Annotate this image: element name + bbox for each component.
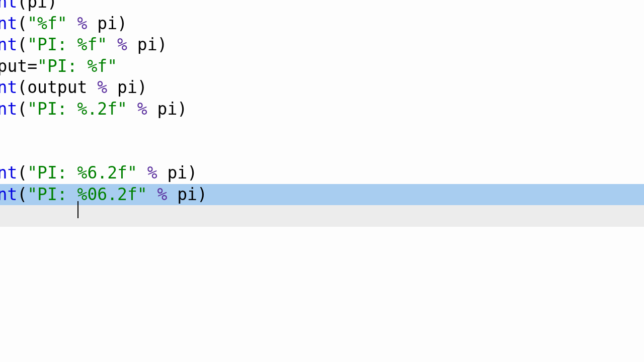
token-def: ): [197, 185, 207, 204]
code-line[interactable]: print(pi): [0, 0, 644, 13]
token-id: pi: [177, 185, 197, 204]
token-op: %: [137, 163, 168, 183]
code-line[interactable]: [0, 205, 644, 227]
token-def: ): [157, 35, 168, 54]
token-def: (: [17, 0, 27, 12]
code-content: print("PI: %f" % pi): [0, 35, 167, 54]
token-str: "PI: %f": [27, 35, 107, 54]
token-fn: print: [0, 35, 17, 54]
code-content: print("PI: %6.2f" % pi): [0, 163, 197, 183]
token-fn: print: [0, 14, 17, 33]
code-content: print(pi): [0, 0, 57, 12]
token-def: (: [17, 14, 27, 33]
token-id: pi: [137, 35, 157, 54]
token-fn: print: [0, 0, 17, 12]
token-def: ): [187, 163, 197, 183]
token-def: ): [177, 99, 187, 119]
token-def: =: [27, 56, 37, 76]
code-content: print("PI: %06.2f" % pi): [0, 185, 207, 204]
token-id: pi: [157, 99, 178, 119]
token-id: output: [0, 56, 27, 76]
token-id: pi: [117, 77, 137, 97]
token-fn: print: [0, 99, 17, 119]
token-fn: print: [0, 77, 17, 97]
token-id: pi: [167, 163, 187, 183]
token-str: "PI: %6.2f": [27, 163, 137, 183]
code-line[interactable]: [0, 141, 644, 163]
code-content: print(output % pi): [0, 77, 147, 97]
token-op: %: [127, 99, 157, 119]
token-str: "%f": [27, 14, 67, 33]
token-fn: print: [0, 163, 17, 183]
token-str: "PI: %06.2f": [27, 185, 147, 204]
code-line[interactable]: print("PI: %06.2f" % pi): [0, 184, 644, 206]
code-content: output="PI: %f": [0, 56, 117, 76]
code-content: print("PI: %.2f" % pi): [0, 99, 187, 119]
token-def: (: [17, 35, 27, 54]
token-op: %: [107, 35, 137, 54]
token-op: %: [147, 185, 178, 204]
code-line[interactable]: [0, 120, 644, 141]
code-line[interactable]: print(output % pi): [0, 77, 644, 99]
code-line[interactable]: print("%f" % pi): [0, 13, 644, 35]
code-line[interactable]: print("PI: %.2f" % pi): [0, 99, 644, 120]
token-def: ): [47, 0, 57, 12]
token-id: output: [27, 77, 87, 97]
token-id: pi: [27, 0, 47, 12]
token-def: (: [17, 163, 27, 183]
token-op: %: [87, 77, 117, 97]
token-op: %: [67, 14, 98, 33]
token-def: (: [17, 99, 27, 119]
token-def: (: [17, 185, 27, 204]
token-def: (: [17, 77, 27, 97]
token-def: ): [117, 14, 127, 33]
code-line[interactable]: print("PI: %6.2f" % pi): [0, 162, 644, 184]
code-content: print("%f" % pi): [0, 14, 127, 33]
code-line[interactable]: output="PI: %f": [0, 56, 644, 77]
token-def: ): [137, 77, 147, 97]
token-id: pi: [97, 14, 117, 33]
current-line-highlight: [0, 205, 644, 227]
code-line[interactable]: print("PI: %f" % pi): [0, 34, 644, 56]
token-str: "PI: %f": [37, 56, 117, 76]
token-str: "PI: %.2f": [27, 99, 127, 119]
code-editor[interactable]: print(pi)print("%f" % pi)print("PI: %f" …: [0, 0, 644, 353]
token-fn: print: [0, 185, 17, 204]
